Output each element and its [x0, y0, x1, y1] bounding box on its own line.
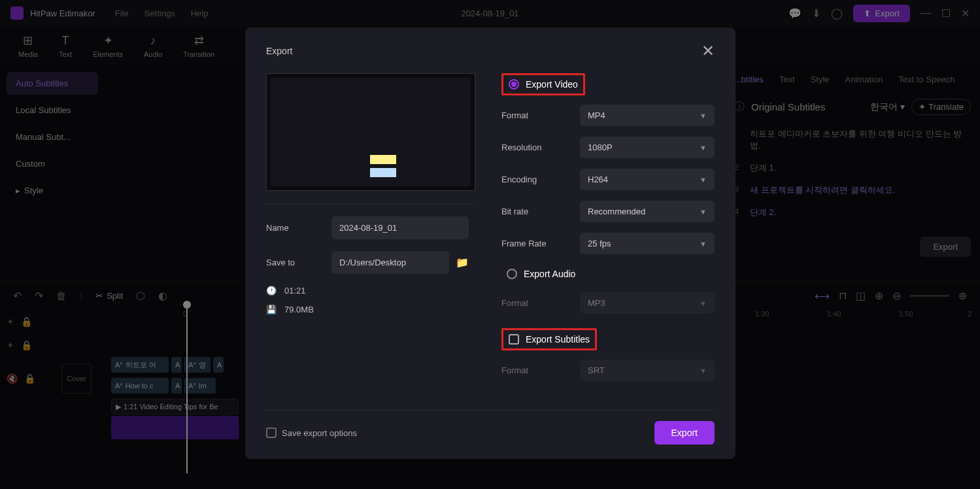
resolution-label: Resolution	[501, 143, 580, 152]
audio-format-label: Format	[501, 298, 580, 308]
bitrate-select[interactable]: Recommended▼	[580, 201, 715, 222]
chevron-down-icon: ▼	[700, 112, 707, 120]
subtitle-format-label: Format	[501, 365, 580, 375]
export-preview	[266, 73, 475, 191]
filesize-meta: 💾 79.0MB	[266, 305, 475, 314]
audio-format-select: MP3▼	[580, 292, 715, 314]
encoding-select[interactable]: H264▼	[580, 169, 715, 190]
save-options-checkbox[interactable]: Save export options	[266, 428, 357, 438]
format-label: Format	[501, 110, 580, 120]
export-audio-radio[interactable]: Export Audio	[501, 265, 715, 283]
subtitle-format-select: SRT▼	[580, 360, 715, 381]
chevron-down-icon: ▼	[700, 367, 707, 375]
format-select[interactable]: MP4▼	[580, 105, 715, 126]
radio-icon	[507, 269, 517, 279]
chevron-down-icon: ▼	[700, 176, 707, 184]
export-subtitles-check[interactable]: Export Subtitles	[501, 328, 597, 350]
chevron-down-icon: ▼	[700, 299, 707, 307]
chevron-down-icon: ▼	[700, 144, 707, 152]
framerate-label: Frame Rate	[501, 239, 580, 248]
checkbox-icon	[509, 334, 519, 345]
export-modal: Export ✕ Name Save to 📁 🕐 01:21	[245, 27, 735, 459]
bitrate-label: Bit rate	[501, 207, 580, 216]
resolution-select[interactable]: 1080P▼	[580, 137, 715, 158]
name-input[interactable]	[331, 216, 469, 239]
framerate-select[interactable]: 25 fps▼	[580, 233, 715, 254]
saveto-label: Save to	[266, 258, 331, 267]
duration-meta: 🕐 01:21	[266, 286, 475, 295]
radio-checked-icon	[509, 79, 519, 90]
export-video-radio[interactable]: Export Video	[501, 73, 585, 95]
encoding-label: Encoding	[501, 175, 580, 184]
export-button[interactable]: Export	[654, 421, 715, 445]
chevron-down-icon: ▼	[700, 208, 707, 216]
modal-title: Export	[266, 46, 292, 56]
clock-icon: 🕐	[266, 286, 277, 295]
save-icon: 💾	[266, 305, 277, 314]
chevron-down-icon: ▼	[700, 240, 707, 248]
saveto-input[interactable]	[331, 251, 449, 274]
checkbox-icon	[266, 428, 277, 438]
close-icon[interactable]: ✕	[701, 42, 715, 60]
name-label: Name	[266, 223, 331, 233]
folder-icon[interactable]: 📁	[456, 256, 469, 269]
